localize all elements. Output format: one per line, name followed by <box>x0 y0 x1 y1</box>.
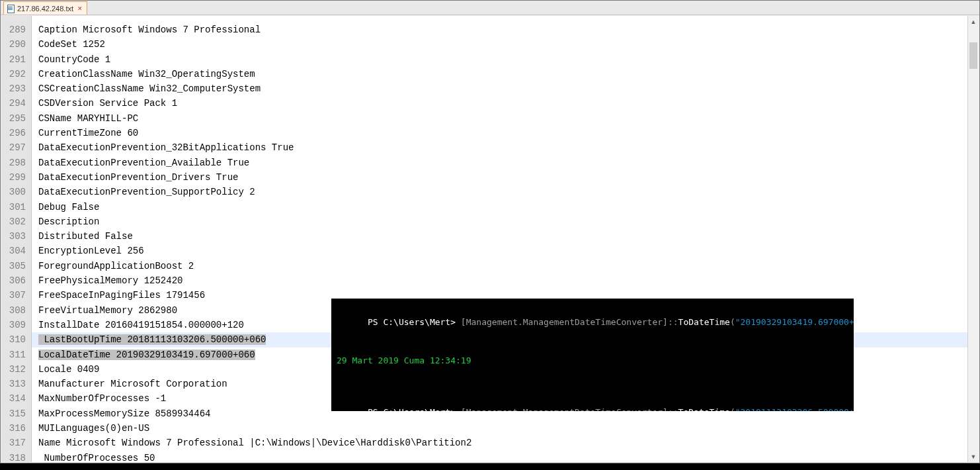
editor-window: 217.86.42.248.txt ✕ 28929029129229329429… <box>0 0 980 463</box>
code-line[interactable]: CSCreationClassName Win32_ComputerSystem <box>32 81 979 96</box>
code-line[interactable]: FreePhysicalMemory 1252420 <box>32 273 979 288</box>
line-number: 303 <box>1 229 31 244</box>
line-number: 297 <box>1 140 31 155</box>
line-number-gutter: 2892902912922932942952962972982993003013… <box>1 16 32 462</box>
line-number: 306 <box>1 273 31 288</box>
line-number: 294 <box>1 96 31 111</box>
line-number: 299 <box>1 170 31 185</box>
code-line[interactable]: DataExecutionPrevention_Drivers True <box>32 170 979 185</box>
line-number: 313 <box>1 377 31 391</box>
ps-method: ToDateTime <box>678 407 730 411</box>
ps-arg-1: "20190329103419.697000+060" <box>735 317 854 327</box>
line-number: 318 <box>1 451 31 465</box>
code-line[interactable]: CSName MARYHILL-PC <box>32 111 979 126</box>
code-line[interactable]: DataExecutionPrevention_SupportPolicy 2 <box>32 185 979 199</box>
code-line[interactable]: DataExecutionPrevention_Available True <box>32 156 979 170</box>
line-number: 314 <box>1 391 31 406</box>
file-icon <box>7 5 15 13</box>
line-number: 290 <box>1 37 31 52</box>
line-number: 311 <box>1 348 31 362</box>
code-line[interactable]: DataExecutionPrevention_32BitApplication… <box>32 140 979 155</box>
line-number: 300 <box>1 185 31 199</box>
code-line[interactable]: CurrentTimeZone 60 <box>32 126 979 140</box>
line-number: 302 <box>1 214 31 229</box>
code-line[interactable]: CSDVersion Service Pack 1 <box>32 96 979 111</box>
line-number: 316 <box>1 421 31 436</box>
line-number: 308 <box>1 303 31 318</box>
tab-title: 217.86.42.248.txt <box>17 5 73 13</box>
line-number: 305 <box>1 259 31 273</box>
vertical-scrollbar[interactable]: ▲ ▼ <box>967 16 979 462</box>
line-number: 312 <box>1 362 31 377</box>
ps-command-line-1: PS C:\Users\Mert> [Management.Management… <box>337 303 848 342</box>
scroll-down-icon[interactable]: ▼ <box>968 451 979 462</box>
line-number: 289 <box>1 23 31 37</box>
line-number: 309 <box>1 318 31 332</box>
code-line[interactable]: EncryptionLevel 256 <box>32 244 979 258</box>
powershell-panel: PS C:\Users\Mert> [Management.Management… <box>331 299 854 411</box>
code-line[interactable]: Debug False <box>32 200 979 214</box>
close-icon[interactable]: ✕ <box>76 5 84 12</box>
code-line[interactable]: Distributed False <box>32 229 979 244</box>
line-number: 296 <box>1 126 31 140</box>
line-number: 304 <box>1 244 31 258</box>
line-number: 293 <box>1 81 31 96</box>
line-number: 298 <box>1 156 31 170</box>
line-number: 301 <box>1 200 31 214</box>
ps-prompt: PS C:\Users\Mert> <box>368 407 456 411</box>
ps-prompt: PS C:\Users\Mert> <box>368 317 456 327</box>
code-line[interactable]: Name Microsoft Windows 7 Professional |C… <box>32 436 979 450</box>
code-line[interactable]: ForegroundApplicationBoost 2 <box>32 259 979 273</box>
code-line[interactable]: CodeSet 1252 <box>32 37 979 52</box>
code-line[interactable]: MUILanguages(0)en-US <box>32 421 979 436</box>
line-number: 307 <box>1 288 31 303</box>
ps-method: ToDateTime <box>678 317 730 327</box>
line-number: 317 <box>1 436 31 450</box>
ps-class: [Management.ManagementDateTimeConverter] <box>461 407 668 411</box>
code-line[interactable]: CountryCode 1 <box>32 52 979 67</box>
ps-output-1: 29 Mart 2019 Cuma 12:34:19 <box>337 354 848 367</box>
line-number: 310 <box>1 332 31 347</box>
line-number: 315 <box>1 406 31 421</box>
code-line[interactable]: Description <box>32 214 979 229</box>
tab-bar: 217.86.42.248.txt ✕ <box>1 1 979 15</box>
ps-class: [Management.ManagementDateTimeConverter] <box>461 317 668 327</box>
scroll-thumb[interactable] <box>969 42 977 69</box>
file-tab[interactable]: 217.86.42.248.txt ✕ <box>3 1 87 15</box>
line-number: 295 <box>1 111 31 126</box>
code-line[interactable]: NumberOfProcesses 50 <box>32 451 979 465</box>
ps-arg-2: "20181113103206.500000+060" <box>735 407 854 411</box>
code-line[interactable]: Caption Microsoft Windows 7 Professional <box>32 23 979 37</box>
ps-command-line-2: PS C:\Users\Mert> [Management.Management… <box>337 393 848 412</box>
scroll-up-icon[interactable]: ▲ <box>968 16 979 27</box>
line-number: 291 <box>1 52 31 67</box>
line-number: 292 <box>1 67 31 81</box>
code-line[interactable]: CreationClassName Win32_OperatingSystem <box>32 67 979 81</box>
